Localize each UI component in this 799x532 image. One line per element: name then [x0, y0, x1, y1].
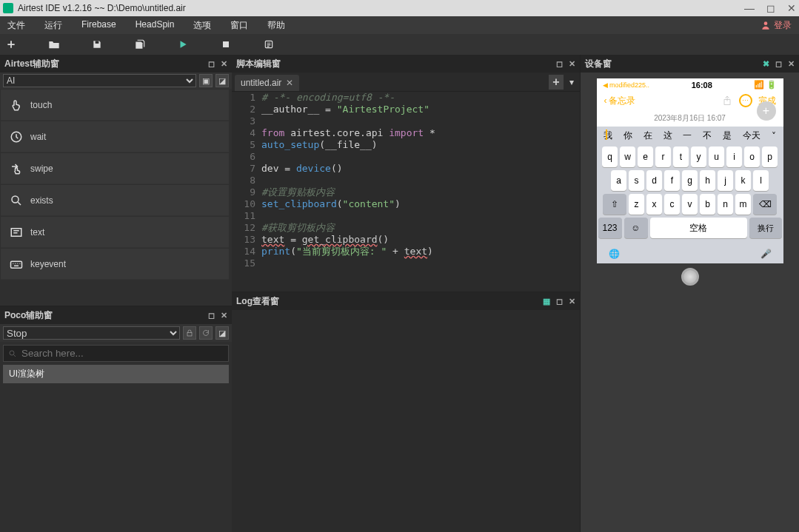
device-screen[interactable]: ◀ modified225.. 16:08 📶 🔋 ‹ 备忘录 ⋯ 完成 202…: [581, 73, 799, 532]
key-o[interactable]: o: [744, 147, 760, 167]
editor-panel-close[interactable]: ✕: [569, 59, 575, 69]
key-l[interactable]: l: [753, 170, 769, 191]
maximize-button[interactable]: ◻: [766, 2, 775, 14]
key-i[interactable]: i: [726, 147, 742, 167]
poco-panel-popout[interactable]: ◻: [208, 311, 215, 320]
key-u[interactable]: u: [709, 147, 724, 167]
key-g[interactable]: g: [682, 170, 698, 191]
poco-mode-select[interactable]: Stop: [3, 326, 180, 340]
capture-button-1[interactable]: ▣: [199, 74, 213, 87]
device-panel-close[interactable]: ✕: [788, 59, 795, 69]
candidate[interactable]: 这: [663, 129, 672, 142]
globe-icon[interactable]: 🌐: [609, 249, 620, 259]
save-button[interactable]: [90, 38, 104, 51]
new-file-button[interactable]: [4, 38, 18, 51]
mic-icon[interactable]: 🎤: [760, 249, 772, 259]
menu-options[interactable]: 选项: [193, 19, 211, 32]
api-touch[interactable]: touch: [1, 90, 229, 121]
key-t[interactable]: t: [673, 147, 689, 167]
run-button[interactable]: [176, 38, 190, 51]
login-button[interactable]: 登录: [760, 19, 792, 32]
close-window-button[interactable]: ✕: [787, 2, 796, 14]
key-s[interactable]: s: [629, 170, 644, 191]
poco-lock-button[interactable]: [183, 326, 196, 340]
device-tool-button[interactable]: ✖: [763, 59, 769, 69]
candidate[interactable]: 一: [683, 129, 692, 142]
log-panel-close[interactable]: ✕: [569, 297, 575, 306]
emoji-key[interactable]: ☺: [624, 218, 648, 238]
airtest-panel-popout[interactable]: ◻: [208, 59, 215, 69]
key-b[interactable]: b: [700, 194, 715, 215]
candidate-expand[interactable]: ˅: [772, 131, 776, 141]
key-q[interactable]: q: [602, 147, 618, 167]
key-n[interactable]: n: [718, 194, 733, 215]
key-y[interactable]: y: [691, 147, 706, 167]
api-text[interactable]: text: [1, 217, 229, 248]
key-a[interactable]: a: [611, 170, 626, 191]
key-z[interactable]: z: [629, 194, 644, 215]
key-x[interactable]: x: [646, 194, 662, 215]
airtest-mode-select[interactable]: AI: [3, 74, 196, 87]
stop-button[interactable]: [219, 38, 233, 51]
key-j[interactable]: j: [718, 170, 733, 191]
space-key[interactable]: 空格: [650, 218, 747, 238]
api-swipe[interactable]: swipe: [1, 153, 229, 184]
api-exists[interactable]: exists: [1, 185, 229, 216]
candidate[interactable]: 你: [624, 129, 632, 142]
menu-firebase[interactable]: Firebase: [81, 19, 116, 32]
close-tab-icon[interactable]: ✕: [286, 78, 293, 88]
keyboard-candidates[interactable]: 我你在这一不是今天˅: [597, 127, 783, 145]
report-button[interactable]: [262, 38, 275, 51]
more-icon[interactable]: ⋯: [739, 94, 752, 107]
editor-panel-popout[interactable]: ◻: [556, 59, 563, 69]
open-button[interactable]: [47, 38, 61, 51]
key-d[interactable]: d: [646, 170, 662, 191]
capture-button-2[interactable]: ◪: [215, 74, 229, 87]
key-e[interactable]: e: [638, 147, 653, 167]
code-editor[interactable]: 123456789101112131415 # -*- encoding=utf…: [232, 92, 580, 292]
api-keyevent[interactable]: keyevent: [1, 249, 229, 280]
menu-help[interactable]: 帮助: [267, 19, 285, 32]
candidate[interactable]: 今天: [743, 129, 760, 142]
phone-back-button[interactable]: ‹ 备忘录: [604, 95, 635, 107]
key-m[interactable]: m: [735, 194, 751, 215]
minimize-button[interactable]: —: [744, 2, 755, 14]
device-panel-popout[interactable]: ◻: [775, 59, 782, 69]
keyboard[interactable]: qwertyuiopasdfghjkl⇧zxcvbnm⌫ 123 ☺ 空格 换行: [597, 145, 783, 244]
menu-headspin[interactable]: HeadSpin: [136, 19, 175, 32]
key-r[interactable]: r: [655, 147, 671, 167]
api-wait[interactable]: wait: [1, 121, 229, 152]
poco-search[interactable]: [3, 345, 229, 362]
menu-window[interactable]: 窗口: [230, 19, 248, 32]
save-all-button[interactable]: [133, 38, 147, 51]
log-panel-popout[interactable]: ◻: [556, 297, 563, 306]
key-v[interactable]: v: [682, 194, 698, 215]
key-f[interactable]: f: [664, 170, 680, 191]
poco-refresh-button[interactable]: [199, 326, 213, 340]
num-key[interactable]: 123: [598, 218, 622, 238]
fab-add[interactable]: +: [757, 101, 776, 121]
airtest-panel-close[interactable]: ✕: [221, 59, 227, 69]
key-w[interactable]: w: [620, 147, 635, 167]
log-filter-button[interactable]: ▦: [543, 297, 550, 306]
menu-run[interactable]: 运行: [44, 19, 62, 32]
editor-tab[interactable]: untitled.air ✕: [235, 75, 299, 91]
candidate[interactable]: 不: [703, 129, 712, 142]
shift-key[interactable]: ⇧: [603, 194, 626, 215]
menu-file[interactable]: 文件: [7, 19, 25, 32]
candidate[interactable]: 在: [643, 129, 652, 142]
backspace-key[interactable]: ⌫: [753, 194, 777, 215]
home-button[interactable]: [681, 268, 699, 286]
poco-capture-button[interactable]: ◪: [215, 326, 229, 340]
poco-search-input[interactable]: [21, 348, 224, 359]
ui-tree-root[interactable]: UI渲染树: [3, 365, 229, 383]
share-icon[interactable]: [721, 95, 733, 107]
return-key[interactable]: 换行: [749, 218, 782, 238]
add-tab-button[interactable]: +: [549, 75, 564, 90]
candidate[interactable]: 是: [723, 129, 732, 142]
key-h[interactable]: h: [700, 170, 715, 191]
poco-panel-close[interactable]: ✕: [221, 311, 227, 320]
key-p[interactable]: p: [762, 147, 778, 167]
key-k[interactable]: k: [735, 170, 751, 191]
tab-menu-button[interactable]: ▾: [566, 75, 577, 90]
